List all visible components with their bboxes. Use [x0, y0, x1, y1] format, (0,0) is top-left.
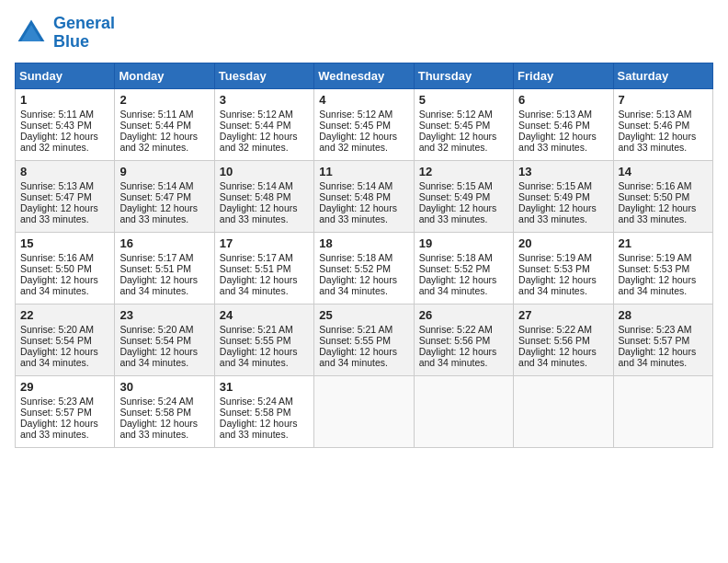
sunrise-text: Sunrise: 5:12 AM — [419, 109, 493, 120]
sunset-text: Sunset: 5:52 PM — [319, 263, 391, 274]
day-number: 19 — [419, 236, 508, 250]
day-number: 11 — [319, 165, 408, 178]
calendar-week: 22Sunrise: 5:20 AMSunset: 5:54 PMDayligh… — [16, 304, 713, 375]
sunset-text: Sunset: 5:53 PM — [518, 263, 590, 274]
calendar-week: 1Sunrise: 5:11 AMSunset: 5:43 PMDaylight… — [16, 88, 713, 160]
weekday-header: Wednesday — [314, 63, 414, 88]
daylight-text: Daylight: 12 hours and 33 minutes. — [518, 131, 597, 153]
daylight-text: Daylight: 12 hours and 34 minutes. — [119, 346, 198, 368]
sunset-text: Sunset: 5:53 PM — [619, 263, 690, 274]
calendar-table: SundayMondayTuesdayWednesdayThursdayFrid… — [15, 63, 713, 448]
sunset-text: Sunset: 5:49 PM — [518, 191, 590, 202]
calendar-cell: 1Sunrise: 5:11 AMSunset: 5:43 PMDaylight… — [16, 88, 115, 160]
sunrise-text: Sunrise: 5:13 AM — [20, 180, 94, 191]
sunrise-text: Sunrise: 5:12 AM — [319, 109, 392, 120]
calendar-cell: 5Sunrise: 5:12 AMSunset: 5:45 PMDaylight… — [414, 88, 513, 160]
calendar-cell: 9Sunrise: 5:14 AMSunset: 5:47 PMDaylight… — [115, 160, 214, 232]
sunset-text: Sunset: 5:45 PM — [319, 120, 391, 131]
weekday-header: Friday — [514, 63, 613, 88]
sunrise-text: Sunrise: 5:20 AM — [119, 324, 193, 335]
daylight-text: Daylight: 12 hours and 34 minutes. — [419, 346, 497, 368]
sunrise-text: Sunrise: 5:13 AM — [518, 109, 592, 120]
calendar-header: SundayMondayTuesdayWednesdayThursdayFrid… — [16, 63, 713, 88]
day-number: 22 — [20, 308, 109, 322]
sunset-text: Sunset: 5:54 PM — [20, 335, 92, 346]
daylight-text: Daylight: 12 hours and 33 minutes. — [419, 202, 497, 224]
sunrise-text: Sunrise: 5:23 AM — [20, 396, 94, 407]
sunrise-text: Sunrise: 5:24 AM — [119, 396, 193, 407]
day-number: 13 — [518, 165, 608, 178]
day-number: 25 — [319, 308, 408, 322]
day-number: 28 — [619, 308, 708, 322]
calendar-cell: 27Sunrise: 5:22 AMSunset: 5:56 PMDayligh… — [514, 304, 613, 375]
daylight-text: Daylight: 12 hours and 34 minutes. — [518, 346, 597, 368]
daylight-text: Daylight: 12 hours and 34 minutes. — [419, 274, 497, 296]
day-number: 16 — [119, 236, 209, 250]
daylight-text: Daylight: 12 hours and 34 minutes. — [619, 346, 697, 368]
day-number: 8 — [20, 165, 109, 178]
sunset-text: Sunset: 5:50 PM — [619, 191, 690, 202]
daylight-text: Daylight: 12 hours and 33 minutes. — [319, 202, 397, 224]
sunrise-text: Sunrise: 5:15 AM — [419, 180, 493, 191]
daylight-text: Daylight: 12 hours and 34 minutes. — [619, 274, 697, 296]
daylight-text: Daylight: 12 hours and 34 minutes. — [319, 274, 397, 296]
daylight-text: Daylight: 12 hours and 33 minutes. — [619, 202, 697, 224]
calendar-cell — [314, 375, 414, 447]
daylight-text: Daylight: 12 hours and 34 minutes. — [319, 346, 397, 368]
sunrise-text: Sunrise: 5:22 AM — [518, 324, 592, 335]
sunset-text: Sunset: 5:47 PM — [20, 191, 92, 202]
sunset-text: Sunset: 5:55 PM — [220, 335, 291, 346]
sunrise-text: Sunrise: 5:22 AM — [419, 324, 493, 335]
daylight-text: Daylight: 12 hours and 33 minutes. — [119, 202, 198, 224]
day-number: 4 — [319, 93, 408, 107]
sunset-text: Sunset: 5:54 PM — [119, 335, 191, 346]
weekday-header: Thursday — [414, 63, 513, 88]
day-number: 10 — [220, 165, 309, 178]
daylight-text: Daylight: 12 hours and 32 minutes. — [119, 131, 198, 153]
day-number: 12 — [419, 165, 508, 178]
sunset-text: Sunset: 5:57 PM — [619, 335, 690, 346]
logo: General Blue — [15, 15, 115, 52]
logo-text: General Blue — [53, 15, 115, 52]
sunset-text: Sunset: 5:49 PM — [419, 191, 491, 202]
sunset-text: Sunset: 5:45 PM — [419, 120, 491, 131]
sunrise-text: Sunrise: 5:18 AM — [319, 252, 392, 263]
calendar-cell: 3Sunrise: 5:12 AMSunset: 5:44 PMDaylight… — [214, 88, 313, 160]
sunset-text: Sunset: 5:47 PM — [119, 191, 191, 202]
day-number: 26 — [419, 308, 508, 322]
calendar-cell: 26Sunrise: 5:22 AMSunset: 5:56 PMDayligh… — [414, 304, 513, 375]
sunrise-text: Sunrise: 5:11 AM — [20, 109, 94, 120]
sunrise-text: Sunrise: 5:15 AM — [518, 180, 592, 191]
daylight-text: Daylight: 12 hours and 33 minutes. — [220, 418, 298, 440]
sunset-text: Sunset: 5:56 PM — [518, 335, 590, 346]
day-number: 2 — [119, 93, 209, 107]
sunset-text: Sunset: 5:58 PM — [220, 407, 291, 418]
day-number: 24 — [220, 308, 309, 322]
daylight-text: Daylight: 12 hours and 33 minutes. — [220, 202, 298, 224]
calendar-cell: 28Sunrise: 5:23 AMSunset: 5:57 PMDayligh… — [613, 304, 712, 375]
sunrise-text: Sunrise: 5:19 AM — [518, 252, 592, 263]
calendar-cell: 14Sunrise: 5:16 AMSunset: 5:50 PMDayligh… — [613, 160, 712, 232]
sunset-text: Sunset: 5:44 PM — [220, 120, 291, 131]
calendar-cell: 4Sunrise: 5:12 AMSunset: 5:45 PMDaylight… — [314, 88, 414, 160]
weekday-header: Sunday — [16, 63, 115, 88]
sunrise-text: Sunrise: 5:11 AM — [119, 109, 193, 120]
sunset-text: Sunset: 5:48 PM — [319, 191, 391, 202]
calendar-cell: 29Sunrise: 5:23 AMSunset: 5:57 PMDayligh… — [16, 375, 115, 447]
sunrise-text: Sunrise: 5:14 AM — [319, 180, 392, 191]
daylight-text: Daylight: 12 hours and 33 minutes. — [20, 202, 98, 224]
daylight-text: Daylight: 12 hours and 32 minutes. — [419, 131, 497, 153]
day-number: 15 — [20, 236, 109, 250]
sunset-text: Sunset: 5:50 PM — [20, 263, 92, 274]
sunset-text: Sunset: 5:51 PM — [119, 263, 191, 274]
day-number: 18 — [319, 236, 408, 250]
weekday-header: Monday — [115, 63, 214, 88]
calendar-week: 29Sunrise: 5:23 AMSunset: 5:57 PMDayligh… — [16, 375, 713, 447]
day-number: 31 — [220, 380, 309, 394]
calendar-cell: 6Sunrise: 5:13 AMSunset: 5:46 PMDaylight… — [514, 88, 613, 160]
day-number: 1 — [20, 93, 109, 107]
sunset-text: Sunset: 5:46 PM — [518, 120, 590, 131]
calendar-week: 8Sunrise: 5:13 AMSunset: 5:47 PMDaylight… — [16, 160, 713, 232]
sunrise-text: Sunrise: 5:17 AM — [119, 252, 193, 263]
day-number: 17 — [220, 236, 309, 250]
